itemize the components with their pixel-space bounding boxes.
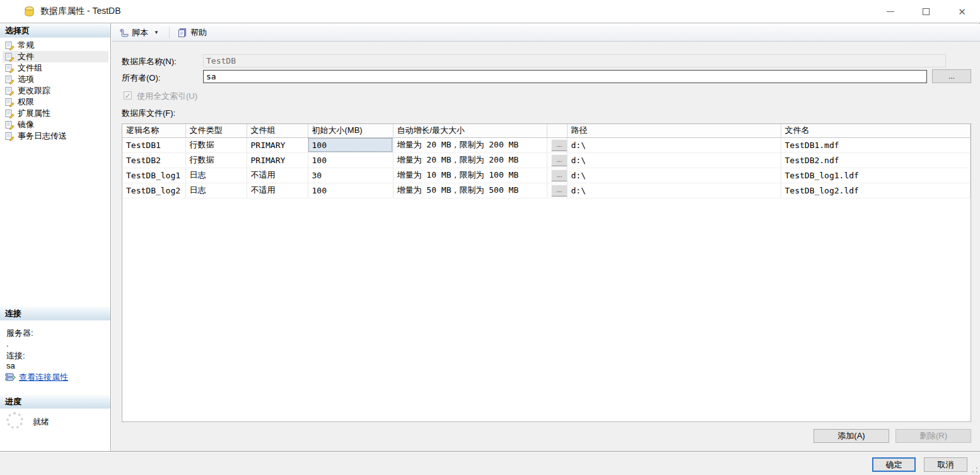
sidebar-item-label: 选项 xyxy=(18,74,34,85)
page-icon xyxy=(5,41,15,50)
cell-file-name[interactable]: TestDB_log1.ldf xyxy=(781,168,971,183)
autogrowth-browse-button[interactable]: ... xyxy=(551,185,568,197)
fulltext-checkbox: ✓ xyxy=(124,91,132,100)
cell-path[interactable]: d:\ xyxy=(567,137,781,152)
cell-filegroup[interactable]: 不适用 xyxy=(247,183,308,198)
caption-buttons: ✕ xyxy=(872,0,980,23)
remove-button: 删除(R) xyxy=(895,429,971,443)
cell-file-type[interactable]: 行数据 xyxy=(185,152,247,168)
cell-autogrowth[interactable]: 增量为 20 MB，限制为 200 MB xyxy=(393,137,547,152)
sidebar-item-mirroring[interactable]: 镜像 xyxy=(3,119,108,130)
select-page-header: 选择页 xyxy=(0,24,110,38)
sidebar-item-label: 镜像 xyxy=(18,119,34,130)
cell-logical-name[interactable]: TestDB1 xyxy=(122,137,185,152)
script-icon xyxy=(119,28,129,38)
close-icon: ✕ xyxy=(958,7,966,16)
sidebar-item-files[interactable]: 文件 xyxy=(3,51,108,62)
page-icon xyxy=(5,98,15,107)
close-button[interactable]: ✕ xyxy=(944,0,980,23)
grid-header-row: 逻辑名称 文件类型 文件组 初始大小(MB) 自动增长/最大大小 路径 文件名 xyxy=(122,124,971,137)
server-label: 服务器: xyxy=(6,328,33,339)
sidebar-item-log-shipping[interactable]: 事务日志传送 xyxy=(3,130,108,142)
toolbar-separator xyxy=(169,27,170,38)
col-initial-size[interactable]: 初始大小(MB) xyxy=(308,124,393,137)
table-row: TestDB_log2 日志 不适用 100 增量为 50 MB，限制为 500… xyxy=(122,183,971,198)
sidebar-item-filegroups[interactable]: 文件组 xyxy=(3,62,108,74)
cell-initial-size[interactable]: 100 xyxy=(308,183,393,198)
autogrowth-browse-button[interactable]: ... xyxy=(551,169,568,181)
sidebar-item-options[interactable]: 选项 xyxy=(3,74,108,85)
cell-autogrowth[interactable]: 增量为 50 MB，限制为 500 MB xyxy=(393,183,547,198)
db-name-label: 数据库名称(N): xyxy=(122,56,177,67)
maximize-button[interactable] xyxy=(908,0,944,23)
script-label: 脚本 xyxy=(132,27,148,38)
ok-button[interactable]: 确定 xyxy=(872,457,916,472)
connection-value: sa xyxy=(6,361,15,370)
cell-logical-name[interactable]: TestDB_log1 xyxy=(122,168,185,183)
help-button[interactable]: 帮助 xyxy=(175,25,209,40)
col-file-type[interactable]: 文件类型 xyxy=(185,124,247,137)
view-connection-properties-link[interactable]: 查看连接属性 xyxy=(19,372,68,383)
connection-header: 连接 xyxy=(0,307,110,321)
cell-file-name[interactable]: TestDB1.mdf xyxy=(781,137,971,152)
cell-filegroup[interactable]: PRIMARY xyxy=(247,137,308,152)
cancel-button[interactable]: 取消 xyxy=(924,457,967,472)
col-autogrowth[interactable]: 自动增长/最大大小 xyxy=(393,124,547,137)
sidebar-item-general[interactable]: 常规 xyxy=(3,40,108,51)
cell-file-name[interactable]: TestDB_log2.ldf xyxy=(781,183,971,198)
owner-browse-button[interactable]: ... xyxy=(932,69,971,83)
db-name-field: TestDB xyxy=(203,54,946,67)
database-icon xyxy=(24,6,35,17)
cell-autogrowth[interactable]: 增量为 20 MB，限制为 200 MB xyxy=(393,152,547,168)
cell-path[interactable]: d:\ xyxy=(567,168,781,183)
cell-autogrowth[interactable]: 增量为 10 MB，限制为 100 MB xyxy=(393,168,547,183)
col-logical-name[interactable]: 逻辑名称 xyxy=(122,124,185,137)
database-files-label: 数据库文件(F): xyxy=(122,108,175,119)
owner-label: 所有者(O): xyxy=(122,72,160,84)
cell-file-name[interactable]: TestDB2.ndf xyxy=(781,152,971,168)
resize-grip[interactable] xyxy=(972,467,978,473)
sidebar-item-change-tracking[interactable]: 更改跟踪 xyxy=(3,85,108,96)
autogrowth-browse-button[interactable]: ... xyxy=(551,154,568,166)
col-file-name[interactable]: 文件名 xyxy=(781,124,971,137)
cell-initial-size[interactable]: 100 xyxy=(308,152,393,168)
cell-file-type[interactable]: 日志 xyxy=(185,183,247,198)
progress-status: 就绪 xyxy=(33,416,49,428)
help-icon xyxy=(177,28,187,38)
page-icon xyxy=(5,64,15,73)
database-properties-dialog: 数据库属性 - TestDB ✕ 选择页 常规 文件 文件组 选项 更改跟踪 xyxy=(0,0,980,475)
sidebar-item-label: 事务日志传送 xyxy=(18,130,67,142)
table-row: TestDB2 行数据 PRIMARY 100 增量为 20 MB，限制为 20… xyxy=(122,152,971,168)
page-icon xyxy=(5,132,15,141)
progress-spinner-icon xyxy=(6,412,23,429)
cell-initial-size[interactable]: 30 xyxy=(308,168,393,183)
page-icon xyxy=(5,109,15,118)
cell-logical-name[interactable]: TestDB_log2 xyxy=(122,183,185,198)
chevron-down-icon: ▼ xyxy=(154,30,159,35)
cell-initial-size-selected[interactable]: 100 xyxy=(308,137,393,152)
sidebar-item-label: 扩展属性 xyxy=(18,108,50,119)
sidebar-item-extended-properties[interactable]: 扩展属性 xyxy=(3,108,108,119)
fulltext-label: 使用全文索引(U) xyxy=(137,91,197,102)
cell-file-type[interactable]: 行数据 xyxy=(185,137,247,152)
minimize-button[interactable] xyxy=(872,0,908,23)
script-button[interactable]: 脚本 ▼ xyxy=(117,25,163,40)
maximize-icon xyxy=(923,8,930,15)
help-label: 帮助 xyxy=(190,27,207,38)
cell-path[interactable]: d:\ xyxy=(567,183,781,198)
sidebar: 选择页 常规 文件 文件组 选项 更改跟踪 权限 扩展属性 xyxy=(0,23,111,451)
owner-field[interactable] xyxy=(203,70,927,83)
database-files-grid: 逻辑名称 文件类型 文件组 初始大小(MB) 自动增长/最大大小 路径 文件名 … xyxy=(122,123,971,422)
cell-logical-name[interactable]: TestDB2 xyxy=(122,152,185,168)
autogrowth-browse-button[interactable]: ... xyxy=(551,139,568,151)
cell-filegroup[interactable]: 不适用 xyxy=(247,168,308,183)
add-button[interactable]: 添加(A) xyxy=(814,429,889,443)
cell-filegroup[interactable]: PRIMARY xyxy=(247,152,308,168)
connection-properties-icon xyxy=(5,372,16,382)
cell-path[interactable]: d:\ xyxy=(567,152,781,168)
col-filegroup[interactable]: 文件组 xyxy=(247,124,308,137)
col-path[interactable]: 路径 xyxy=(567,124,781,137)
cell-file-type[interactable]: 日志 xyxy=(185,168,247,183)
sidebar-item-permissions[interactable]: 权限 xyxy=(3,96,108,108)
minimize-icon xyxy=(887,11,894,12)
